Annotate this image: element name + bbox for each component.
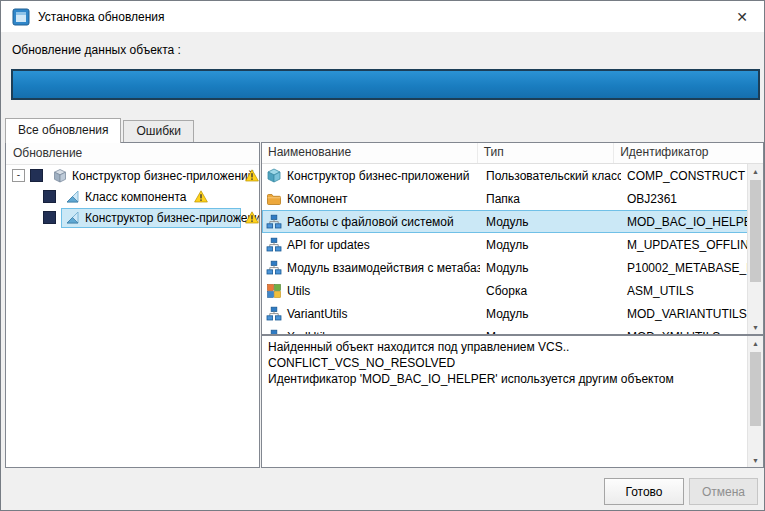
cell-type: Пользовательский класс bbox=[480, 169, 621, 183]
tree-list: -Конструктор бизнес-приложенийКласс комп… bbox=[6, 165, 259, 467]
objects-table-panel: Наименование Тип Идентификатор Конструкт… bbox=[261, 142, 764, 335]
table-row[interactable]: КомпонентПапкаOBJ2361 bbox=[262, 187, 748, 210]
cell-name: Модуль взаимодействия с метабазой bbox=[263, 260, 480, 276]
folder-icon bbox=[266, 191, 282, 207]
module-icon bbox=[266, 214, 282, 230]
tree-item[interactable]: Класс компонента bbox=[6, 186, 259, 207]
tree-checkbox[interactable] bbox=[43, 190, 56, 203]
cell-type: Папка bbox=[480, 192, 621, 206]
cell-type: Модуль bbox=[480, 215, 621, 229]
cell-name: Компонент bbox=[263, 191, 480, 207]
package-icon bbox=[52, 168, 68, 184]
cell-id: MOD_VARIANTUTILS bbox=[621, 307, 748, 321]
user-class-icon bbox=[266, 168, 282, 184]
table-scroll-thumb[interactable] bbox=[750, 180, 761, 282]
module-icon bbox=[266, 306, 282, 322]
tree-expander-icon[interactable]: - bbox=[12, 169, 25, 182]
table-row[interactable]: XmlUtilsМодульMOD_XMLUTILS bbox=[262, 325, 748, 334]
done-button[interactable]: Готово bbox=[604, 478, 684, 505]
close-icon[interactable]: ✕ bbox=[731, 9, 753, 25]
cell-name: XmlUtils bbox=[263, 329, 480, 335]
scroll-down-icon[interactable]: ▼ bbox=[748, 453, 763, 467]
cell-id: ASM_UTILS bbox=[621, 284, 748, 298]
details-line: Идентификатор 'MOD_BAC_IO_HELPER' исполь… bbox=[268, 371, 743, 387]
details-scrollbar[interactable]: ▲ ▼ bbox=[747, 336, 763, 467]
update-install-dialog: Установка обновления ✕ Обновление данных… bbox=[0, 0, 765, 511]
table-header: Наименование Тип Идентификатор bbox=[262, 143, 763, 164]
tab-strip: Все обновления Ошибки bbox=[5, 119, 196, 142]
progress-label: Обновление данных объекта : bbox=[12, 43, 181, 57]
tree-item-content: Конструктор бизнес-приложений bbox=[61, 208, 241, 228]
tree-item-content: Конструктор бизнес-приложений bbox=[48, 166, 241, 186]
tree-checkbox[interactable] bbox=[30, 169, 43, 182]
tree-column-header[interactable]: Обновление bbox=[6, 143, 259, 165]
cell-id: M_UPDATES_OFFLINE_AP bbox=[621, 238, 748, 252]
warning-icon bbox=[194, 190, 208, 204]
cell-id: COMP_CONSTRUCT bbox=[621, 169, 748, 183]
cell-type: Модуль bbox=[480, 330, 621, 335]
scroll-down-icon[interactable]: ▼ bbox=[748, 320, 763, 334]
tree-item[interactable]: Конструктор бизнес-приложений bbox=[6, 207, 259, 228]
details-scroll-thumb[interactable] bbox=[750, 352, 761, 426]
row-name-text: Конструктор бизнес-приложений bbox=[287, 169, 469, 183]
table-body: Конструктор бизнес-приложенийПользовател… bbox=[262, 164, 748, 334]
cell-type: Модуль bbox=[480, 238, 621, 252]
details-line: Найденный объект находится под управлени… bbox=[268, 339, 743, 355]
table-row[interactable]: API for updatesМодульM_UPDATES_OFFLINE_A… bbox=[262, 233, 748, 256]
window-title: Установка обновления bbox=[38, 10, 723, 24]
table-row[interactable]: Модуль взаимодействия с метабазойМодульP… bbox=[262, 256, 748, 279]
tree-item[interactable]: -Конструктор бизнес-приложений bbox=[6, 165, 259, 186]
tab-all-updates[interactable]: Все обновления bbox=[5, 118, 121, 143]
cell-id: P10002_METABASE_HELPI bbox=[621, 261, 748, 275]
column-header-id[interactable]: Идентификатор bbox=[614, 143, 763, 163]
module-icon bbox=[266, 329, 282, 335]
progress-bar bbox=[11, 69, 760, 100]
row-name-text: Модуль взаимодействия с метабазой bbox=[287, 261, 480, 275]
app-icon bbox=[12, 8, 30, 26]
tree-item-content: Класс компонента bbox=[61, 187, 190, 207]
column-header-name[interactable]: Наименование bbox=[262, 143, 478, 163]
tree-item-label: Конструктор бизнес-приложений bbox=[72, 169, 254, 183]
tree-checkbox[interactable] bbox=[43, 211, 56, 224]
cell-type: Модуль bbox=[480, 307, 621, 321]
warning-icon bbox=[245, 211, 259, 225]
table-row[interactable]: Работы с файловой системойМодульMOD_BAC_… bbox=[262, 210, 748, 233]
table-scroll-track[interactable] bbox=[748, 178, 763, 320]
details-text: Найденный объект находится под управлени… bbox=[268, 339, 743, 464]
cell-type: Сборка bbox=[480, 284, 621, 298]
scroll-up-icon[interactable]: ▲ bbox=[748, 164, 763, 178]
scroll-up-icon[interactable]: ▲ bbox=[748, 336, 763, 350]
warning-icon bbox=[245, 169, 259, 183]
tab-errors[interactable]: Ошибки bbox=[123, 120, 194, 142]
class-icon bbox=[65, 210, 81, 226]
cell-id: MOD_XMLUTILS bbox=[621, 330, 748, 335]
row-name-text: Компонент bbox=[287, 192, 348, 206]
module-icon bbox=[266, 237, 282, 253]
table-row[interactable]: UtilsСборкаASM_UTILS bbox=[262, 279, 748, 302]
assembly-icon bbox=[266, 283, 282, 299]
cancel-button[interactable]: Отмена bbox=[689, 478, 758, 505]
progress-fill bbox=[13, 71, 758, 98]
details-line: CONFLICT_VCS_NO_RESOLVED bbox=[268, 355, 743, 371]
cell-id: OBJ2361 bbox=[621, 192, 748, 206]
module-icon bbox=[266, 260, 282, 276]
cell-name: Utils bbox=[263, 283, 480, 299]
cell-name: API for updates bbox=[263, 237, 480, 253]
cell-name: Конструктор бизнес-приложений bbox=[263, 168, 480, 184]
table-row[interactable]: VariantUtilsМодульMOD_VARIANTUTILS bbox=[262, 302, 748, 325]
column-header-type[interactable]: Тип bbox=[478, 143, 614, 163]
cell-name: Работы с файловой системой bbox=[263, 214, 480, 230]
titlebar: Установка обновления ✕ bbox=[1, 1, 764, 32]
row-name-text: API for updates bbox=[287, 238, 370, 252]
class-icon bbox=[65, 189, 81, 205]
row-name-text: XmlUtils bbox=[287, 330, 331, 335]
row-name-text: Utils bbox=[287, 284, 310, 298]
row-name-text: VariantUtils bbox=[287, 307, 347, 321]
cell-id: MOD_BAC_IO_HELPER bbox=[621, 215, 748, 229]
cell-type: Модуль bbox=[480, 261, 621, 275]
table-scrollbar[interactable]: ▲ ▼ bbox=[747, 164, 763, 334]
tree-item-label: Конструктор бизнес-приложений bbox=[85, 211, 259, 225]
table-row[interactable]: Конструктор бизнес-приложенийПользовател… bbox=[262, 164, 748, 187]
tree-item-label: Класс компонента bbox=[85, 190, 186, 204]
details-scroll-track[interactable] bbox=[748, 350, 763, 453]
